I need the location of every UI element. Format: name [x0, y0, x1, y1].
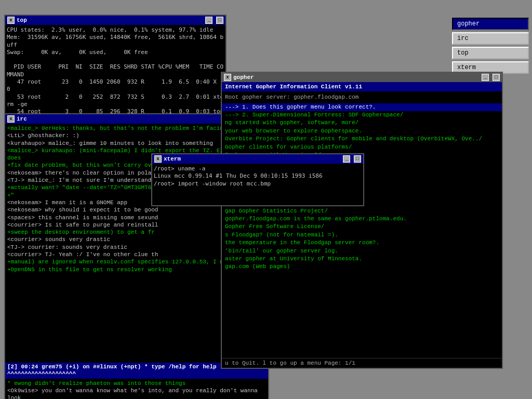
gopher-menu-item[interactable]: Gopher Free Software License/ [222, 223, 502, 231]
gopher-content: Internet Gopher Information Client v1.11… [222, 82, 502, 368]
top-title: top [17, 17, 27, 23]
gopher-menu-item[interactable]: s Floodgap? (not for hatemail =). [222, 231, 502, 239]
xterm-close-btn[interactable]: x [154, 155, 162, 163]
irc-status-line: * ewong didn't realize phaeton was into … [7, 380, 266, 387]
gopher-bottom-bar: u to Quit. l to go up a menu Page: 1/1 [222, 358, 502, 368]
xterm-maximize-btn[interactable]: □ [354, 155, 361, 163]
launcher-gopher-btn[interactable]: gopher [452, 18, 529, 30]
top-window: x top _ □ CPU states: 2.3% user, 0.0% ni… [4, 15, 227, 118]
gopher-menu-item[interactable]: gap.com (Web pages) [222, 263, 502, 271]
irc-title: irc [17, 116, 27, 122]
top-minimize-btn[interactable]: _ [205, 17, 212, 24]
xterm-title: xterm [164, 156, 181, 162]
gopher-menu-item[interactable]: 'bin/tail' our gopher server log. [222, 247, 502, 255]
top-content: CPU states: 2.3% user, 0.0% nice, 0.1% s… [5, 25, 225, 117]
xterm-titlebar: x xterm _ □ [152, 154, 363, 164]
gopher-menu-item[interactable]: ng started with gopher, software, more/ [222, 119, 502, 127]
xterm-content: /root> uname -a Linux mcc 0.99.14 #1 Thu… [152, 164, 363, 205]
gopher-menu-item[interactable]: the temperature in the Floodgap server r… [222, 239, 502, 247]
gopher-menu-item[interactable]: your web browser to explore Gopherspace. [222, 127, 502, 135]
gopher-server: Root gopher server: gopher.floodgap.com [222, 92, 502, 102]
gopher-menu-item[interactable]: Gopher clients for various platforms/ [222, 143, 502, 151]
gopher-menu-item[interactable]: aster gopher at University of Minnesota. [222, 255, 502, 263]
launcher-irc-btn[interactable]: irc [452, 32, 529, 45]
gopher-minimize-btn[interactable]: _ [482, 74, 489, 81]
gopher-menu-item[interactable]: ---> 1. Does this gopher menu look corre… [222, 103, 502, 111]
gopher-menu-item[interactable]: Overbite Project: Gopher clients for mob… [222, 135, 502, 143]
launcher-top-btn[interactable]: top [452, 47, 529, 59]
gopher-header-text: Internet Gopher Information Client v1.11 [222, 82, 502, 91]
xterm-minimize-btn[interactable]: _ [343, 155, 350, 163]
irc-close-btn[interactable]: x [7, 115, 15, 123]
top-close-btn[interactable]: x [7, 17, 15, 24]
gopher-menu-item[interactable]: gopher.floodgap.com is the same as gophe… [222, 215, 502, 223]
xterm-window: x xterm _ □ /root> uname -a Linux mcc 0.… [151, 153, 364, 206]
top-titlebar: x top _ □ [5, 16, 225, 25]
gopher-menu-item[interactable]: gap Gopher Statistics Project/ [222, 207, 502, 215]
gopher-title: gopher [233, 74, 254, 81]
gopher-titlebar: x gopher _ □ [222, 73, 502, 82]
top-maximize-btn[interactable]: □ [216, 17, 223, 24]
gopher-menu-item[interactable]: ---> 2. Super-Dimensional Fortress: SDF … [222, 111, 502, 119]
gopher-close-btn[interactable]: x [224, 74, 231, 81]
launcher-panel: gopher irc top xterm [449, 15, 532, 77]
irc-status-line: <Ok9wise> you don't wanna know what he's… [7, 387, 266, 399]
gopher-window: x gopher _ □ Internet Gopher Information… [221, 72, 503, 369]
gopher-maximize-btn[interactable]: □ [493, 74, 500, 81]
